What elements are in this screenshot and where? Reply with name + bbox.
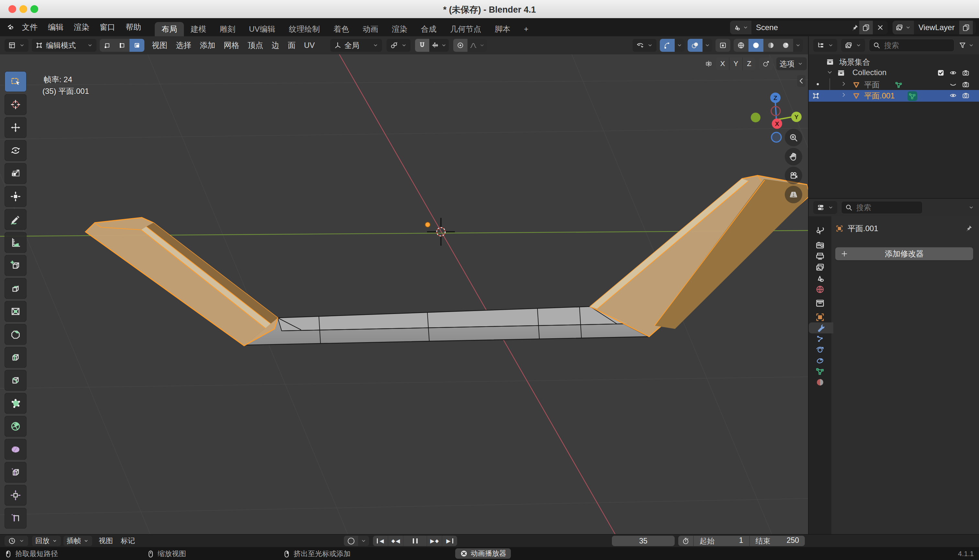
properties-tab-scene[interactable] <box>809 273 831 284</box>
workspace-tab-几何节点[interactable]: 几何节点 <box>443 22 488 36</box>
extrude-region-tool-button[interactable] <box>5 278 27 299</box>
viewport-menu-网格[interactable]: 网格 <box>220 40 243 50</box>
mesh-center-slab[interactable] <box>245 307 649 345</box>
outliner-row-场景集合[interactable]: 场景集合 <box>809 56 979 67</box>
transform-tool-button[interactable] <box>5 186 27 207</box>
falloff-dropdown[interactable] <box>467 39 487 52</box>
workspace-tab-渲染[interactable]: 渲染 <box>385 22 414 36</box>
mode-dropdown[interactable]: 编辑模式 <box>32 39 97 52</box>
proportional-editing-button[interactable] <box>453 39 467 52</box>
workspace-tab-纹理绘制[interactable]: 纹理绘制 <box>282 22 327 36</box>
outliner-row-平面.001[interactable]: 平面.001 <box>809 90 979 102</box>
viewlayer-selector[interactable]: ViewLayer <box>892 21 976 34</box>
properties-tab-collection[interactable] <box>809 298 831 309</box>
properties-tab-physics[interactable] <box>809 344 831 355</box>
solid-shading-button[interactable] <box>749 39 763 52</box>
pin-data-icon[interactable] <box>965 224 973 232</box>
viewport-menu-视图[interactable]: 视图 <box>148 40 172 50</box>
viewport-menu-顶点[interactable]: 顶点 <box>243 40 267 50</box>
timeline-menu-视图[interactable]: 视图 <box>95 536 117 546</box>
outliner-search[interactable] <box>869 39 954 52</box>
inset-faces-tool-button[interactable] <box>5 301 27 322</box>
properties-tab-tool[interactable] <box>809 225 831 236</box>
show-overlays-button[interactable] <box>688 39 702 52</box>
gizmo-negz-axis[interactable] <box>772 132 781 142</box>
outliner-item-label[interactable]: Collection <box>852 68 886 77</box>
viewlayer-name[interactable]: ViewLayer <box>914 23 959 32</box>
menu-文件[interactable]: 文件 <box>17 22 43 32</box>
add-cube-tool-button[interactable] <box>5 255 27 276</box>
menu-窗口[interactable]: 窗口 <box>95 22 120 32</box>
outliner-row-平面[interactable]: 平面 <box>809 79 979 90</box>
add-workspace-button[interactable]: + <box>517 22 535 36</box>
current-frame-field[interactable]: 35 <box>612 536 675 546</box>
perspective-toggle-button[interactable] <box>785 186 802 203</box>
spin-tool-button[interactable] <box>5 416 27 437</box>
timeline-editor-type-button[interactable] <box>5 536 28 546</box>
copy-scene-icon[interactable] <box>862 23 870 32</box>
camera-icon[interactable] <box>962 68 970 77</box>
previous-keyframe-button[interactable]: ◆◀ <box>388 536 404 546</box>
smooth-tool-button[interactable] <box>5 439 27 460</box>
animation-player-chip[interactable]: 动画播放器 <box>455 548 511 559</box>
bevel-tool-button[interactable] <box>5 324 27 345</box>
pan-button[interactable] <box>785 148 802 165</box>
gizmo-dropdown[interactable] <box>675 39 684 52</box>
keying-dropdown[interactable] <box>358 536 369 546</box>
disclosure-right-icon[interactable] <box>840 80 847 87</box>
timeline-menu-标记[interactable]: 标记 <box>117 536 139 546</box>
start-frame-field[interactable]: 起始 1 <box>694 536 750 546</box>
properties-tab-material[interactable] <box>809 377 831 388</box>
overlays-dropdown[interactable] <box>702 39 712 52</box>
rip-region-tool-button[interactable] <box>5 508 27 528</box>
snap-toggle-button[interactable] <box>415 39 429 52</box>
camera-icon[interactable] <box>962 80 970 89</box>
annotate-tool-button[interactable] <box>5 209 27 230</box>
workspace-tab-合成[interactable]: 合成 <box>414 22 443 36</box>
viewport-menu-边[interactable]: 边 <box>267 40 284 50</box>
mirror-y-button[interactable]: Y <box>729 57 743 70</box>
edge-slide-tool-button[interactable] <box>5 462 27 483</box>
pin-icon[interactable] <box>851 23 859 32</box>
eye-closed-icon[interactable] <box>949 80 957 89</box>
breadcrumb-object-name[interactable]: 平面.001 <box>847 223 878 234</box>
properties-search[interactable] <box>841 201 923 214</box>
timeline-menu-回放[interactable]: 回放 <box>32 536 61 546</box>
properties-tab-object[interactable] <box>809 312 831 323</box>
disclosure-down-icon[interactable] <box>826 68 833 76</box>
outliner-item-label[interactable]: 平面.001 <box>864 91 895 101</box>
camera-icon[interactable] <box>962 91 970 100</box>
zoom-button[interactable] <box>785 129 802 146</box>
mirror-z-button[interactable]: Z <box>743 57 756 70</box>
scale-tool-button[interactable] <box>5 163 27 184</box>
workspace-tab-脚本[interactable]: 脚本 <box>488 22 517 36</box>
outliner-item-label[interactable]: 平面 <box>864 80 880 90</box>
outliner-display-mode-button[interactable] <box>841 39 865 52</box>
viewport-menu-UV[interactable]: UV <box>300 41 319 50</box>
menu-渲染[interactable]: 渲染 <box>68 22 95 32</box>
properties-tab-modifiers[interactable] <box>809 322 833 333</box>
transform-orientation-dropdown[interactable]: 全局 <box>330 39 382 52</box>
viewport-menu-选择[interactable]: 选择 <box>172 40 195 50</box>
show-gizmo-button[interactable] <box>660 39 675 52</box>
properties-editor-type-button[interactable] <box>813 201 837 214</box>
add-modifier-button[interactable]: 添加修改器 <box>835 247 973 260</box>
outliner-row-Collection[interactable]: Collection <box>809 67 979 78</box>
workspace-tab-动画[interactable]: 动画 <box>356 22 385 36</box>
poly-build-tool-button[interactable] <box>5 393 27 414</box>
outliner-editor-type-button[interactable] <box>813 39 837 52</box>
shading-dropdown[interactable] <box>793 39 803 52</box>
scene-name[interactable]: Scene <box>751 23 851 32</box>
outliner-filter-button[interactable] <box>958 41 974 50</box>
jump-to-end-button[interactable]: ▶ <box>442 536 457 546</box>
wireframe-shading-button[interactable] <box>734 39 749 52</box>
pause-button[interactable] <box>404 536 427 546</box>
outliner-item-label[interactable]: 场景集合 <box>839 57 870 67</box>
shrink-fatten-tool-button[interactable] <box>5 485 27 506</box>
loop-cut-tool-button[interactable] <box>5 347 27 368</box>
pivot-point-dropdown[interactable] <box>387 39 410 52</box>
properties-tab-output[interactable] <box>809 251 831 262</box>
editor-type-button[interactable] <box>5 39 28 52</box>
xray-toggle-button[interactable] <box>715 39 730 52</box>
rotate-tool-button[interactable] <box>5 140 27 161</box>
